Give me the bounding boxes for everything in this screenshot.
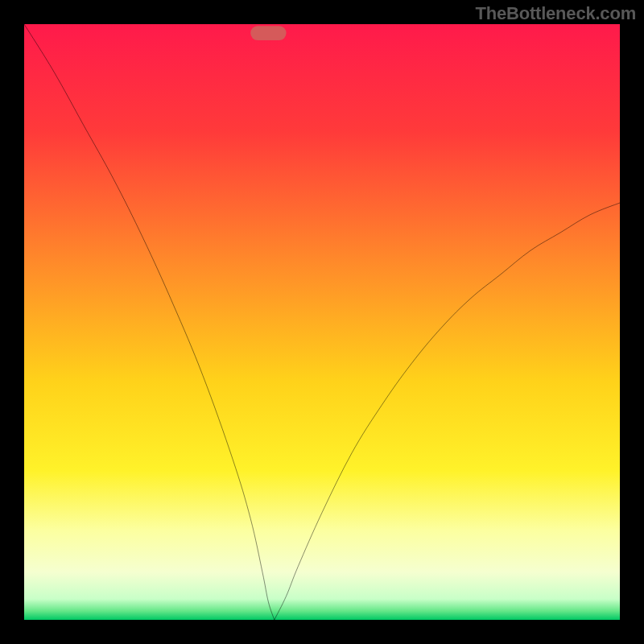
vertex-marker	[250, 26, 286, 40]
plot-area	[24, 24, 620, 620]
gradient-background	[24, 24, 620, 620]
plot-svg	[24, 24, 620, 620]
chart-frame: TheBottleneck.com	[0, 0, 644, 644]
watermark-text: TheBottleneck.com	[475, 3, 636, 24]
